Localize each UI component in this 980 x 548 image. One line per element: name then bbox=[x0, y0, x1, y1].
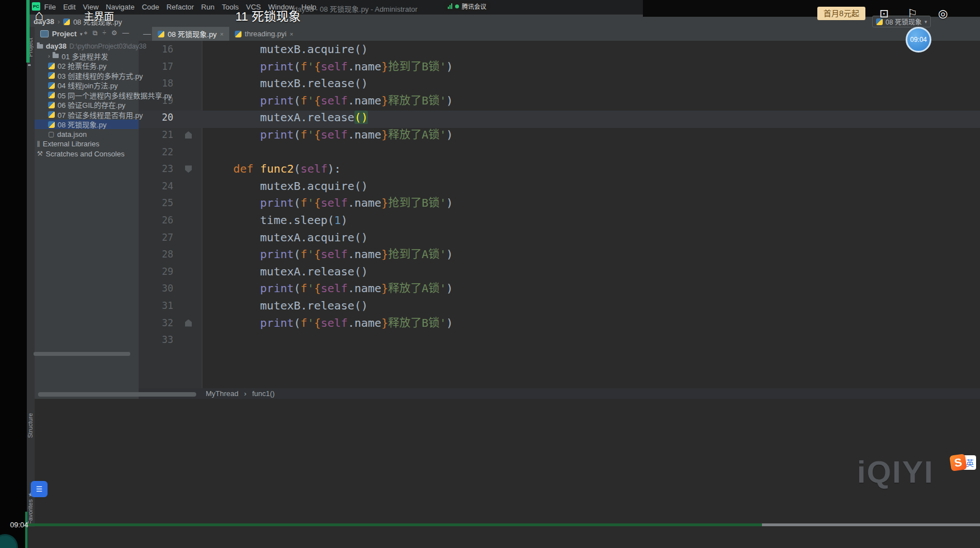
editor-breadcrumb-item[interactable]: func1() bbox=[252, 389, 274, 398]
panel-settings-icon[interactable]: ⚙ bbox=[111, 29, 117, 37]
tree-item[interactable]: 03 创建线程的多种方式.py bbox=[48, 71, 143, 80]
python-file-icon bbox=[63, 18, 70, 25]
tree-item-label: 05 同一个进程内多线程数据共享.py bbox=[58, 90, 172, 101]
player-settings-icon[interactable]: ◎ bbox=[938, 7, 948, 20]
folder-icon bbox=[37, 44, 43, 49]
editor-tab-label: threading.pyi bbox=[245, 30, 286, 38]
python-file-icon bbox=[48, 121, 55, 128]
player-accent-line-bottom bbox=[25, 512, 27, 548]
line-number: 23 bbox=[141, 160, 173, 178]
pin-window-icon[interactable]: ⚐ bbox=[907, 7, 917, 20]
meeting-timer-badge[interactable]: 09:04 bbox=[906, 27, 931, 53]
tree-item[interactable]: 02 抢票任务.py bbox=[48, 61, 106, 70]
menu-refactor[interactable]: Refactor bbox=[167, 3, 194, 11]
file-icon: ▢ bbox=[48, 130, 54, 138]
chevron-down-icon: ▾ bbox=[925, 19, 927, 25]
line-number: 32 bbox=[141, 314, 173, 332]
chevron-down-icon: ▾ bbox=[80, 31, 83, 37]
tree-item[interactable]: ⫼External Libraries bbox=[37, 139, 100, 149]
editor-hscrollbar-thumb[interactable] bbox=[38, 392, 196, 397]
editor-tab[interactable]: 08 死锁现象.py× bbox=[152, 27, 229, 41]
chevron-right-icon[interactable]: › bbox=[48, 53, 50, 59]
editor-tab-label: 08 死锁现象.py bbox=[168, 28, 216, 39]
code-line: print(f'{self.name}释放了A锁') bbox=[206, 280, 453, 297]
iqiyi-watermark: iQIYI bbox=[857, 454, 934, 490]
code-line: print(f'{self.name}抢到了B锁') bbox=[206, 194, 453, 212]
video-progress-played[interactable] bbox=[27, 523, 762, 526]
line-number: 26 bbox=[141, 212, 173, 229]
screenshot-icon[interactable]: ⊡ bbox=[879, 7, 889, 20]
line-number: 27 bbox=[141, 229, 173, 246]
hide-panel-icon[interactable]: — bbox=[143, 29, 151, 38]
line-number: 29 bbox=[141, 263, 173, 280]
close-icon[interactable]: × bbox=[220, 31, 223, 37]
stripe-tab-structure[interactable]: Structure bbox=[27, 406, 35, 446]
code-line: print(f'{self.name}释放了B锁') bbox=[206, 92, 453, 109]
project-hscrollbar[interactable] bbox=[34, 352, 130, 356]
player-home-label[interactable]: 主界面 bbox=[84, 8, 114, 23]
code-line bbox=[206, 331, 453, 349]
python-file-icon bbox=[48, 92, 55, 98]
hide-panel-icon[interactable]: — bbox=[122, 29, 129, 37]
menu-edit[interactable]: Edit bbox=[63, 3, 75, 11]
code-line: mutexA.release() bbox=[206, 109, 453, 126]
code-line: mutexB.acquire() bbox=[206, 178, 453, 195]
editor-tab[interactable]: threading.pyi× bbox=[229, 27, 299, 41]
line-number: 22 bbox=[141, 144, 173, 161]
tree-item-label: Scratches and Consoles bbox=[46, 150, 125, 158]
tree-item[interactable]: ⚒Scratches and Consoles bbox=[37, 149, 125, 159]
tree-item-label: 07 验证多线程是否有用.py bbox=[58, 109, 143, 120]
player-left-strip bbox=[0, 0, 27, 548]
editor-breadcrumbs[interactable]: MyThread›func1() bbox=[206, 389, 274, 398]
tree-item-label: External Libraries bbox=[43, 140, 100, 148]
close-icon[interactable]: × bbox=[290, 31, 293, 37]
line-number: 33 bbox=[141, 331, 173, 349]
tree-item[interactable]: 06 验证GIL的存在.py bbox=[48, 100, 125, 109]
menu-code[interactable]: Code bbox=[142, 3, 159, 11]
timer-text: 09:04 bbox=[910, 36, 927, 44]
python-file-icon bbox=[48, 102, 55, 108]
locate-file-icon[interactable]: ⌖ bbox=[84, 29, 88, 37]
tree-item[interactable]: 07 验证多线程是否有用.py bbox=[48, 110, 143, 120]
tool-window-stripe bbox=[27, 27, 35, 527]
editor-breadcrumb-item[interactable]: MyThread bbox=[206, 389, 239, 398]
line-number: 28 bbox=[141, 246, 173, 263]
line-number: 30 bbox=[141, 280, 173, 297]
folder-icon bbox=[53, 54, 59, 58]
line-number: 25 bbox=[141, 194, 173, 212]
project-view-icon bbox=[40, 30, 49, 37]
screen-recording-frame: ⌂ 主界面 11 死锁现象 首月8元起 腾讯会议 09:04 09:04 iQI… bbox=[0, 0, 980, 548]
tree-item[interactable]: 08 死锁现象.py bbox=[35, 120, 139, 129]
tree-item[interactable]: 05 同一个进程内多线程数据共享.py bbox=[48, 90, 172, 100]
video-progress-rest[interactable] bbox=[762, 523, 980, 526]
libraries-icon: ⫼ bbox=[37, 140, 40, 148]
collapse-all-icon[interactable]: ⧉ bbox=[93, 29, 98, 37]
tree-item[interactable]: day38D:\pythonProject03\day38 bbox=[37, 41, 146, 51]
line-number: 21 bbox=[141, 126, 173, 144]
meeting-indicator[interactable]: 腾讯会议 bbox=[443, 1, 491, 11]
menu-file[interactable]: File bbox=[44, 3, 56, 11]
code-line: mutexB.release() bbox=[206, 75, 453, 92]
active-tool-button[interactable]: ☰ bbox=[31, 481, 48, 497]
tree-item-label: data.json bbox=[57, 130, 87, 139]
tree-item-label: 01 多进程并发 bbox=[61, 51, 108, 61]
tree-item[interactable]: 04 线程join方法.py bbox=[48, 80, 118, 90]
tree-item[interactable]: ▢data.json bbox=[48, 130, 87, 139]
window-title: day38 - 08 死锁现象.py - Administrator bbox=[293, 3, 418, 14]
promo-button[interactable]: 首月8元起 bbox=[817, 7, 865, 20]
code-text[interactable]: mutexB.acquire() print(f'{self.name}抢到了B… bbox=[206, 41, 453, 349]
line-number: 17 bbox=[141, 58, 173, 75]
code-line: time.sleep(1) bbox=[206, 212, 453, 229]
player-top-overlay bbox=[643, 0, 980, 17]
expand-collapse-icon[interactable]: ÷ bbox=[102, 29, 106, 37]
code-line: mutexB.release() bbox=[206, 297, 453, 314]
breadcrumb-separator: › bbox=[58, 18, 60, 26]
home-icon[interactable]: ⌂ bbox=[35, 7, 44, 24]
tree-item-label: 08 死锁现象.py bbox=[58, 119, 106, 130]
code-line: print(f'{self.name}释放了A锁') bbox=[206, 126, 453, 144]
translate-plugin-badge[interactable]: S 英 bbox=[950, 454, 976, 471]
menu-run[interactable]: Run bbox=[201, 3, 215, 11]
tree-item-label: day38 bbox=[46, 42, 67, 50]
signal-bars-icon bbox=[448, 3, 452, 9]
tree-item[interactable]: ›01 多进程并发 bbox=[48, 51, 108, 61]
